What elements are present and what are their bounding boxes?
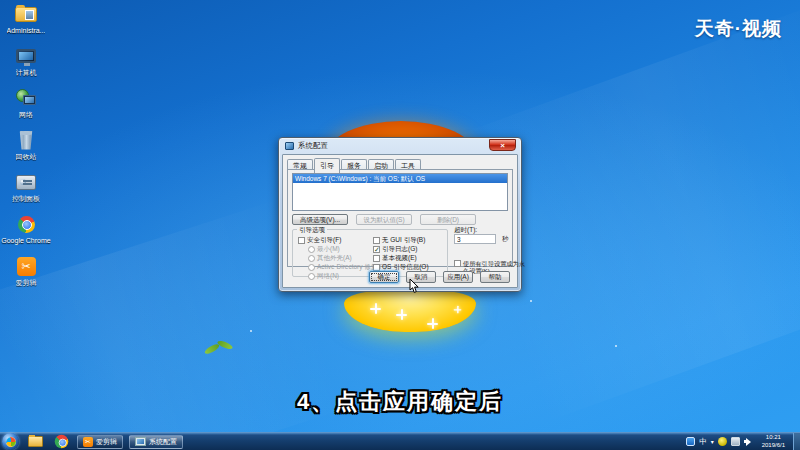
channel-watermark: 天奇·视频 (695, 16, 782, 42)
clock-time: 10:21 (762, 434, 785, 442)
network-icon (13, 86, 39, 110)
wallpaper-sparkle (370, 303, 381, 314)
desktop-icon-recycle-bin[interactable]: 回收站 (0, 128, 52, 170)
tab-boot[interactable]: 引导 (314, 158, 340, 173)
no-gui-boot-checkbox[interactable]: 无 GUI 引导(B) (373, 236, 425, 245)
leaf-shape (217, 339, 234, 352)
desktop-icon-network[interactable]: 网络 (0, 86, 52, 128)
checkbox-box[interactable] (373, 264, 380, 271)
checkbox-box[interactable] (298, 237, 305, 244)
safe-boot-minimal-radio[interactable]: 最小(M) (308, 245, 340, 254)
desktop-icon-aijianji[interactable]: ✂ 爱剪辑 (0, 254, 52, 296)
task-button-aijianji[interactable]: ✂ 爱剪辑 (77, 435, 123, 449)
desktop-icon-control-panel[interactable]: 控制面板 (0, 170, 52, 212)
desktop-icon-administrator[interactable]: Administra... (0, 2, 52, 44)
boot-options-group: 引导选项 安全引导(F) 最小(M) 其他外壳(A) Active Direct… (292, 229, 448, 277)
radio-label: 其他外壳(A) (317, 254, 352, 263)
wallpaper-dot (615, 345, 617, 347)
checkbox-label: 安全引导(F) (307, 236, 341, 245)
radio-circle[interactable] (308, 246, 315, 253)
msconfig-icon (135, 437, 146, 446)
chrome-taskbar-button[interactable] (51, 434, 71, 450)
dialog-client-area: 常规 引导 服务 启动 工具 Windows 7 (C:\Windows) : … (282, 154, 518, 288)
apply-button[interactable]: 应用(A) (443, 271, 473, 283)
volume-tray-icon[interactable] (744, 437, 754, 446)
wallpaper-dot (530, 300, 532, 302)
boot-entry-selected[interactable]: Windows 7 (C:\Windows) : 当前 OS; 默认 OS (293, 174, 507, 183)
system-tray: 中 ▾ 10:21 2019/6/1 (686, 433, 800, 450)
radio-circle[interactable] (308, 255, 315, 262)
tray-caret-icon[interactable]: ▾ (711, 438, 714, 445)
ok-button[interactable]: 确定 (369, 271, 399, 283)
antivirus-tray-icon[interactable] (718, 437, 727, 446)
checkbox-box-checked[interactable]: ✓ (373, 246, 380, 253)
delete-button[interactable]: 删除(D) (420, 214, 476, 225)
timeout-unit-label: 秒 (502, 235, 509, 244)
mouse-cursor (409, 279, 420, 294)
explorer-taskbar-button[interactable] (25, 434, 45, 450)
checkbox-label: 基本视频(E) (382, 254, 417, 263)
wallpaper-dot (250, 330, 252, 332)
wallpaper-sparkle (454, 306, 462, 314)
radio-label: 最小(M) (317, 245, 340, 254)
taskbar-clock[interactable]: 10:21 2019/6/1 (758, 434, 789, 450)
scissors-app-icon: ✂ (13, 254, 39, 278)
wallpaper-sparkle (427, 318, 438, 329)
boot-tab-panel: Windows 7 (C:\Windows) : 当前 OS; 默认 OS 高级… (287, 169, 513, 267)
user-folder-icon (13, 2, 39, 26)
video-subtitle: 4、点击应用确定后 (0, 387, 800, 417)
boot-list-buttons: 高级选项(V)... 设为默认值(S) 删除(D) (292, 214, 476, 225)
icon-label: Google Chrome (1, 237, 50, 245)
recycle-bin-icon (13, 128, 39, 152)
icon-label: 计算机 (16, 69, 37, 77)
boot-log-checkbox[interactable]: ✓ 引导日志(G) (373, 245, 417, 254)
msconfig-icon (285, 142, 294, 150)
windows-logo-icon (5, 436, 16, 447)
chrome-icon (13, 212, 39, 236)
desktop-icon-computer[interactable]: 计算机 (0, 44, 52, 86)
task-label: 爱剪辑 (96, 437, 117, 447)
desktop-icon-google-chrome[interactable]: Google Chrome (0, 212, 52, 254)
dialog-title: 系统配置 (298, 141, 328, 151)
computer-icon (13, 44, 39, 68)
task-button-system-configuration[interactable]: 系统配置 (129, 435, 183, 449)
dialog-footer: 确定 取消 应用(A) 帮助 (283, 271, 510, 284)
icon-label: 爱剪辑 (16, 279, 37, 287)
clock-date: 2019/6/1 (762, 442, 785, 450)
checkbox-box[interactable] (373, 237, 380, 244)
checkbox-box[interactable] (373, 255, 380, 262)
start-button[interactable] (2, 433, 19, 450)
help-button[interactable]: 帮助 (480, 271, 510, 283)
icon-label: 回收站 (16, 153, 37, 161)
base-video-checkbox[interactable]: 基本视频(E) (373, 254, 417, 263)
safe-boot-checkbox[interactable]: 安全引导(F) (298, 236, 341, 245)
chrome-icon (54, 435, 68, 449)
task-label: 系统配置 (149, 437, 177, 447)
network-tray-icon[interactable] (731, 437, 740, 446)
system-configuration-dialog: 系统配置 × 常规 引导 服务 启动 工具 Windows 7 (C:\Wind… (278, 137, 522, 292)
checkbox-label: 无 GUI 引导(B) (382, 236, 425, 245)
checkbox-label: 引导日志(G) (382, 245, 417, 254)
wallpaper-green-sprout (204, 338, 238, 364)
wallpaper-sparkle (396, 309, 407, 320)
control-panel-icon (13, 170, 39, 194)
dialog-titlebar[interactable]: 系统配置 (279, 138, 521, 154)
show-desktop-button[interactable] (793, 433, 800, 450)
set-as-default-button[interactable]: 设为默认值(S) (356, 214, 412, 225)
taskbar: ✂ 爱剪辑 系统配置 中 ▾ 10:21 2019/6/1 (0, 432, 800, 450)
icon-label: 网络 (19, 111, 33, 119)
close-button[interactable]: × (489, 139, 516, 151)
radio-circle[interactable] (308, 264, 315, 271)
folder-icon (28, 436, 43, 447)
ime-language-indicator[interactable]: 中 (699, 437, 707, 447)
timeout-input[interactable] (454, 234, 496, 244)
boot-entries-listbox[interactable]: Windows 7 (C:\Windows) : 当前 OS; 默认 OS (292, 173, 508, 211)
group-label: 引导选项 (297, 226, 327, 235)
safe-boot-altshell-radio[interactable]: 其他外壳(A) (308, 254, 352, 263)
checkbox-box[interactable] (454, 260, 461, 267)
advanced-options-button[interactable]: 高级选项(V)... (292, 214, 348, 225)
scissors-app-icon: ✂ (83, 437, 93, 447)
desktop-icon-list: Administra... 计算机 网络 回收站 控制面板 Google Chr… (0, 2, 52, 296)
icon-label: 控制面板 (12, 195, 40, 203)
ime-tray-icon[interactable] (686, 437, 695, 446)
